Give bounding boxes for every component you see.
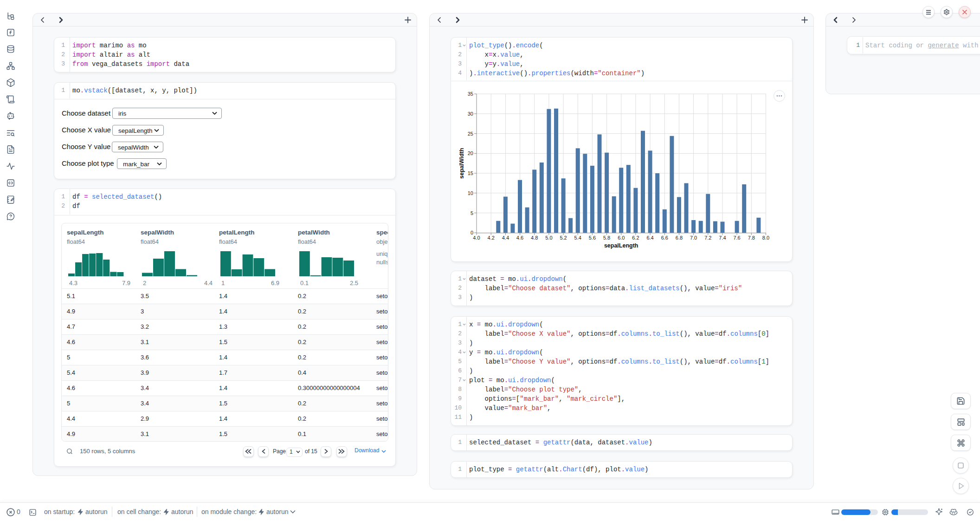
- svg-text:5.4: 5.4: [574, 235, 581, 241]
- svg-text:35: 35: [468, 91, 473, 97]
- svg-text:7.2: 7.2: [704, 235, 711, 241]
- svg-text:sepalWidth: sepalWidth: [458, 148, 465, 179]
- svg-text:5.2: 5.2: [560, 235, 567, 241]
- svg-text:sepalLength: sepalLength: [604, 242, 638, 249]
- svg-text:7.4: 7.4: [719, 235, 726, 241]
- svg-text:5.8: 5.8: [603, 235, 610, 241]
- svg-text:4.8: 4.8: [531, 235, 538, 241]
- svg-text:6.0: 6.0: [618, 235, 625, 241]
- svg-text:7.8: 7.8: [748, 235, 755, 241]
- svg-text:4.0: 4.0: [473, 235, 480, 241]
- svg-text:8.0: 8.0: [762, 235, 769, 241]
- svg-text:6.8: 6.8: [676, 235, 683, 241]
- svg-text:7.0: 7.0: [690, 235, 697, 241]
- svg-text:25: 25: [468, 131, 473, 137]
- svg-text:6.4: 6.4: [646, 235, 653, 241]
- svg-text:20: 20: [468, 150, 473, 156]
- svg-text:6.6: 6.6: [661, 235, 668, 241]
- svg-text:4.4: 4.4: [502, 235, 509, 241]
- svg-text:6.2: 6.2: [632, 235, 639, 241]
- svg-text:15: 15: [468, 170, 473, 176]
- svg-text:5.6: 5.6: [589, 235, 596, 241]
- svg-text:7.6: 7.6: [733, 235, 740, 241]
- svg-text:0: 0: [471, 230, 473, 235]
- svg-text:10: 10: [468, 190, 473, 196]
- svg-text:5: 5: [471, 210, 473, 216]
- svg-text:5.0: 5.0: [545, 235, 552, 241]
- svg-text:4.6: 4.6: [516, 235, 523, 241]
- svg-text:30: 30: [468, 111, 473, 117]
- svg-text:4.2: 4.2: [488, 235, 495, 241]
